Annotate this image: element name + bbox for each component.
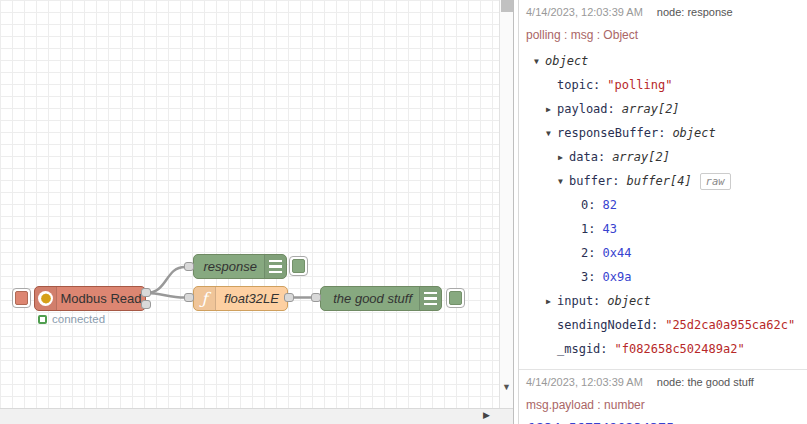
tree-row-data: ▶data:array[2] <box>526 145 801 169</box>
goodstuff-debug-toggle-button[interactable] <box>446 288 465 308</box>
status-dot-icon <box>38 315 47 324</box>
collapse-icon[interactable]: ▼ <box>546 122 557 146</box>
timestamp: 4/14/2023, 12:03:39 AM <box>526 376 643 388</box>
modbus-output-port-1[interactable] <box>141 288 151 297</box>
collapse-icon[interactable]: ▼ <box>558 170 569 194</box>
modbus-icon <box>35 287 57 310</box>
goodstuff-node-label: the good stuff <box>321 287 419 310</box>
node-function-float32le[interactable]: ƒ float32LE <box>193 286 288 311</box>
expand-icon[interactable]: ▶ <box>546 98 557 122</box>
tree-row-payload: ▶payload:array[2] <box>526 97 801 121</box>
scroll-down-icon[interactable]: ▼ <box>502 382 511 392</box>
vertical-scrollbar-thumb[interactable] <box>501 0 513 12</box>
tree-row-object: ▼object <box>526 49 801 73</box>
tree-row-buffer-1: 1:43 <box>526 217 801 241</box>
debug-message-response: 4/14/2023, 12:03:39 AMnode: response pol… <box>519 0 807 370</box>
source-node-name[interactable]: node: response <box>657 6 733 18</box>
goodstuff-input-port[interactable] <box>311 293 321 302</box>
node-red-editor: Modbus Read connected response ƒ float32… <box>0 0 807 424</box>
debug-sidebar: 4/14/2023, 12:03:39 AMnode: response pol… <box>519 0 807 424</box>
node-goodstuff-debug[interactable]: the good stuff <box>320 286 442 311</box>
tree-row-buffer-0: 0:82 <box>526 193 801 217</box>
flow-canvas[interactable]: Modbus Read connected response ƒ float32… <box>0 0 513 424</box>
vertical-scrollbar[interactable]: ▼ <box>499 0 513 408</box>
debug-message-meta: 4/14/2023, 12:03:39 AMnode: response <box>526 6 801 22</box>
function-node-label: float32LE <box>216 287 287 310</box>
expand-icon[interactable]: ▶ <box>558 146 569 170</box>
debug-message-goodstuff: 4/14/2023, 12:03:39 AMnode: the good stu… <box>519 370 807 424</box>
node-response-debug[interactable]: response <box>193 254 287 279</box>
debug-list-icon <box>264 255 286 278</box>
tree-row-buffer: ▼buffer:buffer[4]raw <box>526 169 801 193</box>
modbus-node-button[interactable] <box>12 288 31 308</box>
tree-row-buffer-3: 3:0x9a <box>526 265 801 289</box>
modbus-node-label: Modbus Read <box>57 287 145 310</box>
horizontal-scrollbar[interactable]: ▶ <box>0 408 513 424</box>
timestamp: 4/14/2023, 12:03:39 AM <box>526 6 643 18</box>
tree-row-msgid: _msgid:"f082658c502489a2" <box>526 337 801 361</box>
response-debug-toggle-face <box>292 259 305 273</box>
node-modbus-read[interactable]: Modbus Read <box>34 286 146 311</box>
collapse-icon[interactable]: ▼ <box>534 50 545 74</box>
response-input-port[interactable] <box>184 262 194 271</box>
message-topic-line: polling : msg : Object <box>526 28 801 44</box>
tree-row-buffer-2: 2:0x44 <box>526 241 801 265</box>
node-status: connected <box>38 313 105 325</box>
goodstuff-debug-toggle-face <box>449 291 462 305</box>
modbus-output-port-2[interactable] <box>141 300 151 309</box>
status-text: connected <box>52 313 105 325</box>
tree-row-sendingnodeid: sendingNodeId:"25d2ca0a955ca62c" <box>526 313 801 337</box>
tree-row-responsebuffer: ▼responseBuffer:object <box>526 121 801 145</box>
wire-modbus-to-function[interactable] <box>146 293 185 298</box>
tree-row-input: ▶input:object <box>526 289 801 313</box>
function-input-port[interactable] <box>184 293 194 302</box>
tree-row-topic: topic:"polling" <box>526 73 801 97</box>
debug-list-icon <box>419 287 441 310</box>
message-path-line: msg.payload : number <box>526 398 801 414</box>
scroll-right-icon[interactable]: ▶ <box>483 410 490 420</box>
function-output-port[interactable] <box>284 293 294 302</box>
response-debug-toggle-button[interactable] <box>289 256 308 276</box>
source-node-name[interactable]: node: the good stuff <box>657 376 754 388</box>
raw-toggle-button[interactable]: raw <box>700 173 731 190</box>
wires-layer <box>0 0 513 424</box>
expand-icon[interactable]: ▶ <box>546 290 557 314</box>
wire-modbus-to-response[interactable] <box>146 267 185 293</box>
response-node-label: response <box>194 255 264 278</box>
modbus-node-button-face <box>15 291 28 305</box>
function-icon: ƒ <box>194 287 216 310</box>
object-tree: ▼object topic:"polling" ▶payload:array[2… <box>526 49 801 361</box>
payload-number-value: 1234.5677490234375 <box>526 420 801 424</box>
debug-message-meta: 4/14/2023, 12:03:39 AMnode: the good stu… <box>526 376 801 392</box>
